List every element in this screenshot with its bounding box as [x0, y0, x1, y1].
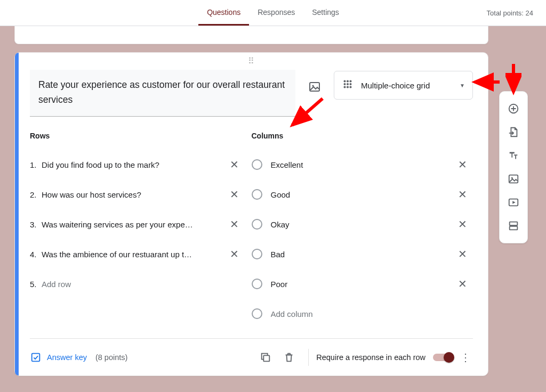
rows-column: Rows 1. Did you find food up to the mark… [30, 132, 252, 329]
question-type-label: Multiple-choice grid [361, 81, 460, 90]
more-options-button[interactable]: ⋮ [458, 351, 473, 364]
column-item[interactable]: Good ✕ [252, 179, 473, 209]
remove-column-button[interactable]: ✕ [452, 214, 473, 235]
radio-icon [252, 159, 262, 170]
tab-settings[interactable]: Settings [303, 0, 348, 26]
remove-column-button[interactable]: ✕ [452, 184, 473, 205]
svg-point-8 [343, 86, 346, 88]
require-response-toggle[interactable] [433, 354, 453, 361]
video-icon [508, 197, 519, 208]
column-text[interactable]: Poor [271, 280, 452, 289]
svg-point-6 [347, 83, 349, 85]
row-number: 3. [30, 220, 42, 229]
add-image-item-button[interactable] [503, 167, 524, 191]
svg-rect-17 [510, 222, 518, 225]
question-type-select[interactable]: Multiple-choice grid ▼ [334, 71, 473, 100]
add-image-button[interactable] [302, 74, 327, 100]
plus-circle-icon [508, 103, 519, 115]
row-number: 5. [30, 280, 42, 289]
add-column-placeholder[interactable]: Add column [271, 309, 473, 318]
question-card: ⠿ Multiple-choice grid ▼ Rows 1. Did you… [14, 52, 488, 376]
add-row-placeholder[interactable]: Add row [42, 280, 245, 289]
svg-rect-12 [264, 355, 270, 361]
svg-rect-18 [510, 226, 518, 230]
remove-row-button[interactable]: ✕ [224, 154, 245, 175]
remove-row-button[interactable]: ✕ [224, 184, 245, 205]
answer-key-label: Answer key [47, 353, 87, 362]
add-video-button[interactable] [503, 191, 524, 214]
remove-row-button[interactable]: ✕ [224, 214, 245, 235]
radio-icon [252, 219, 262, 230]
tab-responses[interactable]: Responses [249, 0, 303, 26]
radio-icon [252, 308, 262, 319]
svg-point-5 [343, 83, 346, 85]
total-points-label: Total points: 24 [487, 0, 533, 26]
column-item[interactable]: Bad ✕ [252, 239, 473, 269]
svg-point-3 [347, 80, 349, 82]
columns-header-label: Columns [252, 132, 473, 140]
column-text[interactable]: Okay [271, 220, 452, 229]
svg-point-7 [349, 83, 351, 85]
row-text[interactable]: How was our host services? [42, 190, 224, 199]
previous-question-card-edge [14, 26, 488, 44]
copy-icon [260, 352, 271, 363]
row-item[interactable]: 4. Was the ambience of our restuarant up… [30, 239, 245, 269]
drag-handle-icon[interactable]: ⠿ [248, 56, 255, 66]
question-title-input[interactable] [30, 70, 295, 117]
svg-point-4 [349, 80, 351, 82]
floating-toolbox [499, 91, 528, 243]
image-icon [508, 173, 519, 185]
answer-key-button[interactable]: Answer key [30, 352, 87, 363]
row-item[interactable]: 3. Was waitering services as per your ex… [30, 209, 245, 239]
answer-key-points: (8 points) [95, 353, 127, 362]
column-item[interactable]: Poor ✕ [252, 269, 473, 299]
row-number: 2. [30, 190, 42, 199]
divider [308, 349, 309, 366]
add-title-button[interactable] [503, 144, 524, 167]
duplicate-button[interactable] [254, 346, 277, 369]
remove-column-button[interactable]: ✕ [452, 154, 473, 175]
column-item[interactable]: Excellent ✕ [252, 150, 473, 179]
grid-icon [342, 78, 354, 92]
section-icon [508, 220, 519, 232]
radio-icon [252, 249, 262, 259]
delete-button[interactable] [277, 346, 301, 369]
card-footer: Answer key (8 points) Require a response… [30, 338, 473, 375]
remove-row-button[interactable]: ✕ [224, 243, 245, 265]
image-icon [308, 80, 321, 93]
file-import-icon [508, 126, 519, 138]
columns-column: Columns Excellent ✕ Good ✕ Okay ✕ Bad ✕ [252, 132, 473, 329]
active-card-accent [15, 53, 19, 375]
radio-icon [252, 189, 262, 200]
row-item[interactable]: 2. How was our host services? ✕ [30, 179, 245, 209]
checkbox-icon [30, 352, 42, 363]
require-response-label: Require a response in each row [316, 353, 425, 362]
svg-point-9 [347, 86, 349, 88]
remove-column-button[interactable]: ✕ [452, 273, 473, 295]
header-tabs-bar: Questions Responses Settings Total point… [0, 0, 546, 26]
toggle-thumb [444, 352, 454, 363]
radio-icon [252, 279, 262, 289]
add-column-item[interactable]: Add column [252, 299, 473, 329]
svg-point-2 [343, 80, 346, 82]
row-number: 1. [30, 160, 42, 169]
import-questions-button[interactable] [503, 120, 524, 144]
row-text[interactable]: Was waitering services as per your expe… [42, 220, 224, 229]
add-question-button[interactable] [503, 97, 524, 120]
column-text[interactable]: Excellent [271, 160, 452, 169]
svg-rect-11 [32, 353, 40, 361]
svg-point-10 [349, 86, 351, 88]
tab-questions[interactable]: Questions [198, 0, 249, 26]
column-text[interactable]: Good [271, 190, 452, 199]
remove-column-button[interactable]: ✕ [452, 243, 473, 265]
column-text[interactable]: Bad [271, 250, 452, 259]
add-section-button[interactable] [503, 214, 524, 238]
row-item[interactable]: 1. Did you find food up to the mark? ✕ [30, 150, 245, 179]
chevron-down-icon: ▼ [460, 83, 465, 88]
row-number: 4. [30, 250, 42, 259]
trash-icon [283, 352, 295, 363]
column-item[interactable]: Okay ✕ [252, 209, 473, 239]
row-text[interactable]: Was the ambience of our restuarant up t… [42, 250, 224, 259]
add-row-item[interactable]: 5. Add row [30, 269, 245, 299]
row-text[interactable]: Did you find food up to the mark? [42, 160, 224, 169]
